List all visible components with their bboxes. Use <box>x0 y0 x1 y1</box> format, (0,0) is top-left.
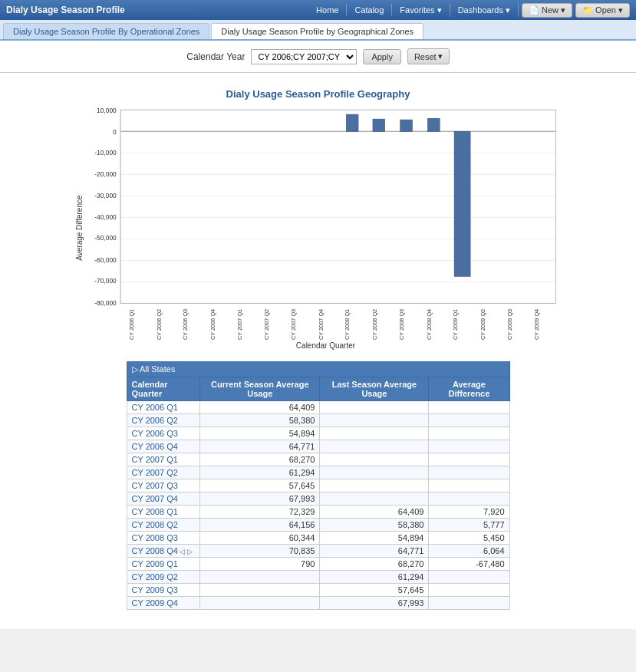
main-content: Dialy Usage Season Profile Geography Ave… <box>0 73 636 629</box>
calendar-year-label: Calendar Year <box>186 51 245 62</box>
quarter-cell[interactable]: CY 2009 Q3 <box>127 583 200 596</box>
table-row: CY 2008 Q172,32964,4097,920 <box>127 505 509 518</box>
diff-cell: 7,920 <box>429 505 509 518</box>
current-season-cell: 70,835 <box>200 544 320 557</box>
last-season-cell: 58,380 <box>320 518 429 531</box>
svg-text:10,000: 10,000 <box>97 107 117 114</box>
svg-text:0: 0 <box>113 128 117 136</box>
svg-text:-60,000: -60,000 <box>94 256 117 264</box>
col-header-quarter: Calendar Quarter <box>127 377 200 400</box>
table-row: CY 2006 Q464,771 <box>127 440 509 453</box>
current-season-cell <box>200 583 320 596</box>
quarter-cell[interactable]: CY 2008 Q3 <box>127 531 200 544</box>
table-container: ▷ All States Calendar Quarter Current Se… <box>127 361 510 610</box>
tab-geographical[interactable]: Dialy Usage Season Profile by Geographic… <box>211 23 423 39</box>
table-row: CY 2006 Q164,409 <box>127 400 509 413</box>
calendar-year-select[interactable]: CY 2006;CY 2007;CY CY 2006 CY 2007 CY 20… <box>251 49 357 64</box>
table-row: CY 2007 Q467,993 <box>127 492 509 505</box>
nav-favorites[interactable]: Favorites ▾ <box>392 4 450 17</box>
svg-text:CY 2008 Q3: CY 2008 Q3 <box>397 309 404 340</box>
chart-svg: 10,000 0 -10,000 -20,000 -30,000 -40,000… <box>88 106 564 340</box>
diff-cell: -67,480 <box>429 557 509 570</box>
svg-text:CY 2006 Q1: CY 2006 Q1 <box>127 309 134 340</box>
quarter-cell[interactable]: CY 2008 Q2 <box>127 518 200 531</box>
svg-rect-23 <box>400 120 412 131</box>
reset-button[interactable]: Reset ▾ <box>407 48 450 64</box>
nav-dashboards[interactable]: Dashboards ▾ <box>450 4 519 17</box>
table-row: CY 2007 Q357,645 <box>127 479 509 492</box>
quarter-cell[interactable]: CY 2006 Q1 <box>127 400 200 413</box>
last-season-cell: 57,645 <box>320 583 429 596</box>
svg-text:CY 2006 Q2: CY 2006 Q2 <box>155 309 162 340</box>
diff-cell <box>429 466 509 479</box>
nav-catalog[interactable]: Catalog <box>347 4 392 16</box>
folder-icon: 📁 <box>582 5 593 15</box>
current-season-cell: 64,156 <box>200 518 320 531</box>
tab-operational[interactable]: Dialy Usage Season Profile By Operationa… <box>3 23 209 39</box>
svg-text:CY 2007 Q3: CY 2007 Q3 <box>290 309 297 340</box>
svg-rect-25 <box>454 131 470 276</box>
nav-arrows[interactable]: ◁ ▷ <box>178 548 193 555</box>
quarter-cell[interactable]: CY 2006 Q2 <box>127 413 200 427</box>
diff-cell <box>429 427 509 440</box>
chevron-down-icon: ▾ <box>438 51 443 61</box>
quarter-cell[interactable]: CY 2006 Q3 <box>127 427 200 440</box>
last-season-cell <box>320 400 429 413</box>
svg-rect-21 <box>346 114 358 131</box>
svg-text:CY 2006 Q3: CY 2006 Q3 <box>182 309 189 340</box>
quarter-cell[interactable]: CY 2009 Q4 <box>127 596 200 609</box>
x-axis-label: Calendar Quarter <box>88 341 564 350</box>
current-season-cell <box>200 570 320 583</box>
last-season-cell: 64,409 <box>320 505 429 518</box>
diff-cell <box>429 570 509 583</box>
open-button[interactable]: 📁 Open ▾ <box>575 3 630 18</box>
svg-text:CY 2009 Q4: CY 2009 Q4 <box>533 309 540 340</box>
current-season-cell: 60,344 <box>200 531 320 544</box>
svg-text:CY 2009 Q2: CY 2009 Q2 <box>479 309 486 340</box>
quarter-cell[interactable]: CY 2007 Q4 <box>127 492 200 505</box>
chart-container: Dialy Usage Season Profile Geography Ave… <box>73 88 564 350</box>
diff-cell: 5,450 <box>429 531 509 544</box>
quarter-cell[interactable]: CY 2008 Q1 <box>127 505 200 518</box>
table-row: CY 2006 Q354,894 <box>127 427 509 440</box>
table-row: CY 2008 Q264,15658,3805,777 <box>127 518 509 531</box>
last-season-cell: 64,771 <box>320 544 429 557</box>
all-states-label: ▷ All States <box>132 364 176 374</box>
current-season-cell: 61,294 <box>200 466 320 479</box>
chart-area: Average Difference <box>73 106 564 350</box>
col-header-current: Current Season Average Usage <box>200 377 320 400</box>
svg-text:-80,000: -80,000 <box>94 299 117 307</box>
last-season-cell <box>320 427 429 440</box>
diff-cell: 6,064 <box>429 544 509 557</box>
new-button[interactable]: 📄 New ▾ <box>522 3 572 18</box>
quarter-cell[interactable]: CY 2007 Q2 <box>127 466 200 479</box>
diff-cell <box>429 400 509 413</box>
quarter-cell[interactable]: CY 2007 Q3 <box>127 479 200 492</box>
svg-text:CY 2007 Q1: CY 2007 Q1 <box>236 309 242 340</box>
chevron-down-icon: ▾ <box>618 5 623 15</box>
diff-cell <box>429 413 509 427</box>
svg-rect-22 <box>372 119 384 131</box>
svg-rect-0 <box>120 110 555 303</box>
top-navbar: Dialy Usage Season Profile Home Catalog … <box>0 0 636 20</box>
quarter-cell[interactable]: CY 2006 Q4 <box>127 440 200 453</box>
nav-home[interactable]: Home <box>308 4 347 16</box>
table-row: CY 2009 Q179068,270-67,480 <box>127 557 509 570</box>
quarter-cell[interactable]: CY 2009 Q1 <box>127 557 200 570</box>
last-season-cell <box>320 466 429 479</box>
last-season-cell <box>320 413 429 427</box>
svg-text:CY 2007 Q4: CY 2007 Q4 <box>317 309 324 340</box>
svg-text:-30,000: -30,000 <box>94 192 117 199</box>
chevron-down-icon: ▾ <box>437 5 442 15</box>
y-axis-label: Average Difference <box>73 106 85 350</box>
svg-text:CY 2006 Q4: CY 2006 Q4 <box>209 309 216 340</box>
apply-button[interactable]: Apply <box>363 49 401 64</box>
quarter-cell[interactable]: CY 2007 Q1 <box>127 453 200 466</box>
svg-text:-10,000: -10,000 <box>94 149 117 156</box>
svg-text:-20,000: -20,000 <box>94 170 117 178</box>
table-row: CY 2009 Q261,294 <box>127 570 509 583</box>
quarter-cell[interactable]: CY 2008 Q4 ◁ ▷ <box>127 544 200 557</box>
svg-text:-40,000: -40,000 <box>94 213 117 221</box>
svg-text:CY 2007 Q2: CY 2007 Q2 <box>263 309 270 340</box>
quarter-cell[interactable]: CY 2009 Q2 <box>127 570 200 583</box>
